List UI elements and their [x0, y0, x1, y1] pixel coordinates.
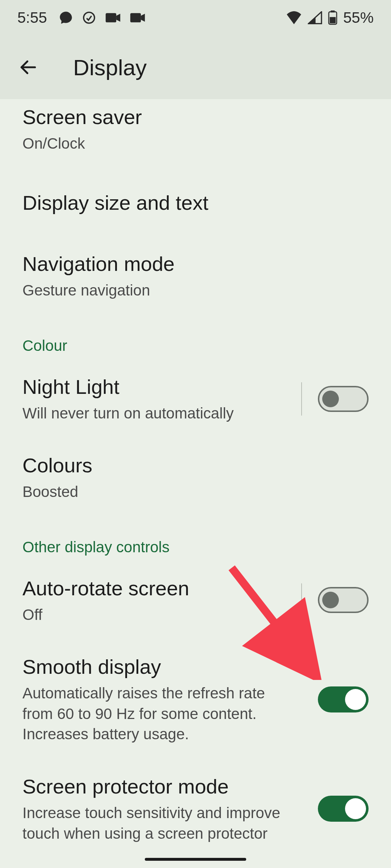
setting-title: Display size and text	[22, 190, 369, 216]
smooth-display-toggle[interactable]	[318, 686, 369, 712]
setting-colours[interactable]: Colours Boosted	[0, 438, 391, 516]
svg-rect-4	[331, 10, 335, 12]
setting-title: Screen saver	[22, 104, 369, 131]
svg-rect-2	[130, 13, 141, 22]
arrow-left-icon	[18, 57, 38, 77]
screen-protector-toggle[interactable]	[318, 796, 369, 822]
auto-rotate-toggle[interactable]	[318, 587, 369, 613]
setting-title: Screen protector mode	[22, 774, 318, 800]
page-title: Display	[73, 55, 147, 80]
toggle-thumb	[322, 592, 339, 608]
battery-icon	[328, 10, 337, 25]
setting-subtitle: Will never turn on automatically	[22, 403, 301, 424]
setting-screen-saver[interactable]: Screen saver On/Clock	[0, 99, 391, 168]
status-bar: 5:55 55%	[0, 0, 391, 35]
header: Display	[0, 35, 391, 99]
camera-icon	[105, 11, 121, 24]
setting-navigation-mode[interactable]: Navigation mode Gesture navigation	[0, 238, 391, 315]
setting-night-light[interactable]: Night Light Will never turn on automatic…	[0, 362, 391, 438]
chat-icon	[59, 10, 73, 25]
toggle-wrap	[301, 382, 369, 416]
setting-description: Increase touch sensitivity and improve t…	[22, 803, 298, 844]
status-left: 5:55	[17, 9, 146, 26]
toggle-thumb	[322, 391, 339, 407]
settings-list: Screen saver On/Clock Display size and t…	[0, 99, 391, 858]
section-header-colour: Colour	[0, 315, 391, 362]
setting-title: Smooth display	[22, 654, 318, 680]
setting-subtitle: Off	[22, 605, 301, 625]
toggle-wrap	[301, 583, 369, 617]
toggle-thumb	[345, 798, 366, 819]
setting-subtitle: On/Clock	[22, 133, 369, 154]
status-notif-icons	[59, 10, 146, 25]
setting-title: Auto-rotate screen	[22, 575, 301, 602]
wifi-icon	[286, 11, 302, 24]
cell-signal-icon	[308, 11, 322, 24]
back-button[interactable]	[18, 57, 38, 77]
setting-subtitle: Gesture navigation	[22, 280, 369, 301]
svg-rect-5	[330, 17, 336, 23]
status-time: 5:55	[17, 9, 47, 26]
svg-rect-1	[106, 13, 116, 22]
setting-display-size-text[interactable]: Display size and text	[0, 168, 391, 238]
gesture-nav-handle[interactable]	[145, 858, 246, 861]
setting-screen-protector-mode[interactable]: Screen protector mode Increase touch sen…	[0, 759, 391, 858]
toggle-wrap	[318, 796, 369, 822]
setting-description: Automatically raises the refresh rate fr…	[22, 683, 298, 745]
toggle-thumb	[345, 689, 366, 710]
sync-icon	[82, 10, 96, 25]
setting-title: Night Light	[22, 374, 301, 400]
setting-title: Navigation mode	[22, 251, 369, 277]
toggle-wrap	[318, 686, 369, 712]
camera-icon-alt	[130, 11, 146, 24]
divider	[301, 583, 302, 617]
status-right: 55%	[286, 9, 374, 26]
section-header-other: Other display controls	[0, 517, 391, 563]
divider	[301, 382, 302, 416]
night-light-toggle[interactable]	[318, 386, 369, 412]
battery-percent: 55%	[343, 9, 374, 26]
setting-title: Colours	[22, 452, 369, 479]
setting-smooth-display[interactable]: Smooth display Automatically raises the …	[0, 639, 391, 759]
svg-point-0	[84, 12, 94, 23]
setting-auto-rotate[interactable]: Auto-rotate screen Off	[0, 563, 391, 639]
setting-subtitle: Boosted	[22, 482, 369, 502]
